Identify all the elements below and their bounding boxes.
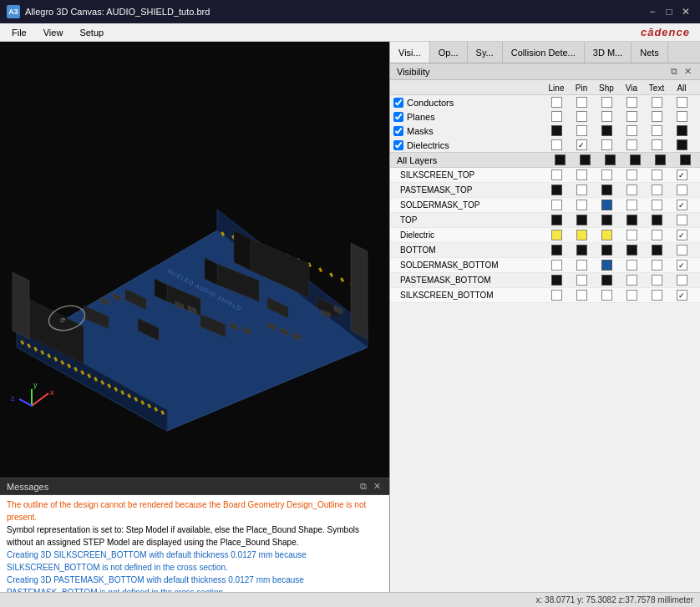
ssbot-shp[interactable] (601, 290, 612, 301)
smtop-via[interactable] (626, 200, 637, 210)
top-all[interactable] (677, 215, 687, 225)
planes-checkbox[interactable] (393, 112, 403, 122)
top-via[interactable] (626, 215, 637, 225)
minimize-button[interactable]: − (645, 4, 660, 19)
close-button[interactable]: ✕ (678, 4, 693, 19)
pmbot-line[interactable] (551, 275, 562, 286)
diel-line[interactable] (551, 230, 562, 240)
conductors-text-cb[interactable] (652, 97, 662, 108)
tab-collision[interactable]: Collision Dete... (503, 42, 585, 63)
pmt-shp[interactable] (601, 185, 612, 195)
smtop-all[interactable]: ✓ (677, 200, 687, 210)
bot-line[interactable] (551, 245, 562, 255)
bot-text[interactable] (652, 245, 662, 255)
tab-nets[interactable]: Nets (632, 42, 668, 63)
pmbot-text[interactable] (652, 275, 662, 286)
bot-shp[interactable] (601, 245, 612, 255)
dielectrics-text-cb[interactable] (652, 139, 662, 150)
bot-via[interactable] (626, 245, 637, 255)
bot-all[interactable] (677, 245, 687, 255)
dielectrics-via-cb[interactable] (626, 139, 637, 150)
pmbot-all[interactable] (677, 275, 687, 286)
diel-via[interactable] (626, 230, 637, 240)
smbot-all[interactable]: ✓ (677, 260, 687, 271)
top-text[interactable] (652, 215, 662, 225)
alllayers-pin-cb[interactable] (580, 154, 591, 165)
pmt-line[interactable] (551, 185, 562, 195)
menu-setup[interactable]: Setup (71, 26, 112, 39)
sst-pin[interactable] (576, 169, 587, 180)
pmt-via[interactable] (626, 185, 637, 195)
diel-text[interactable] (652, 230, 662, 240)
smtop-text[interactable] (652, 200, 662, 210)
masks-via-cb[interactable] (626, 125, 637, 136)
tab-3dmodel[interactable]: 3D M... (585, 42, 632, 63)
ssbot-pin[interactable] (576, 290, 587, 301)
smtop-pin[interactable] (576, 200, 587, 210)
conductors-via-cb[interactable] (626, 97, 637, 108)
sst-via[interactable] (626, 169, 637, 180)
pmbot-shp[interactable] (601, 275, 612, 286)
alllayers-shp-cb[interactable] (605, 154, 616, 165)
top-shp[interactable] (601, 215, 612, 225)
masks-text-cb[interactable] (652, 125, 662, 136)
pmt-pin[interactable] (576, 185, 587, 195)
alllayers-all-cb[interactable] (680, 154, 691, 165)
masks-line-cb[interactable] (551, 125, 562, 136)
pmt-text[interactable] (652, 185, 662, 195)
masks-all-cb[interactable] (677, 125, 687, 136)
ssbot-all[interactable]: ✓ (677, 290, 687, 301)
planes-line-cb[interactable] (551, 111, 562, 122)
masks-pin-cb[interactable] (576, 125, 587, 136)
messages-restore-button[interactable]: ⧉ (358, 481, 368, 492)
sst-shp[interactable] (601, 169, 612, 180)
pmbot-pin[interactable] (576, 275, 587, 286)
smtop-shp[interactable] (601, 200, 612, 210)
dielectrics-line-cb[interactable] (551, 139, 562, 150)
planes-text-cb[interactable] (652, 111, 662, 122)
tab-options[interactable]: Op... (430, 42, 468, 63)
alllayers-text-cb[interactable] (655, 154, 666, 165)
smbot-line[interactable] (551, 260, 562, 271)
diel-all[interactable]: ✓ (677, 230, 687, 240)
planes-all-cb[interactable] (677, 111, 687, 122)
menu-file[interactable]: File (3, 26, 35, 39)
alllayers-via-cb[interactable] (630, 154, 641, 165)
smtop-line[interactable] (551, 200, 562, 210)
conductors-pin-cb[interactable] (576, 97, 587, 108)
dielectrics-shp-cb[interactable] (601, 139, 612, 150)
vis-restore-button[interactable]: ⧉ (669, 66, 679, 77)
dielectrics-pin-cb[interactable]: ✓ (576, 139, 587, 150)
planes-shp-cb[interactable] (601, 111, 612, 122)
pmt-all[interactable] (677, 185, 687, 195)
alllayers-line-cb[interactable] (555, 154, 566, 165)
smbot-text[interactable] (652, 260, 662, 271)
smbot-via[interactable] (626, 260, 637, 271)
top-line[interactable] (551, 215, 562, 225)
bot-pin[interactable] (576, 245, 587, 255)
dielectrics-all-cb[interactable] (677, 139, 687, 150)
sst-all[interactable]: ✓ (677, 169, 687, 180)
messages-body[interactable]: The outline of the design cannot be rend… (0, 495, 389, 599)
conductors-line-cb[interactable] (551, 97, 562, 108)
tab-visibility[interactable]: Visi... (390, 42, 430, 63)
3d-viewport[interactable]: ⟳ NUCLEO AUDIO SHIELD (0, 42, 389, 478)
dielectrics-checkbox[interactable] (393, 140, 403, 150)
ssbot-via[interactable] (626, 290, 637, 301)
masks-checkbox[interactable] (393, 126, 403, 136)
conductors-all-cb[interactable] (677, 97, 687, 108)
planes-pin-cb[interactable] (576, 111, 587, 122)
planes-via-cb[interactable] (626, 111, 637, 122)
messages-close-button[interactable]: ✕ (372, 481, 383, 492)
maximize-button[interactable]: □ (662, 4, 677, 19)
sst-line[interactable] (551, 169, 562, 180)
tab-symbols[interactable]: Sy... (468, 42, 503, 63)
top-pin[interactable] (576, 215, 587, 225)
diel-shp[interactable] (601, 230, 612, 240)
conductors-shp-cb[interactable] (601, 97, 612, 108)
smbot-shp[interactable] (601, 260, 612, 271)
pmbot-via[interactable] (626, 275, 637, 286)
menu-view[interactable]: View (35, 26, 72, 39)
diel-pin[interactable] (576, 230, 587, 240)
conductors-checkbox[interactable] (393, 98, 403, 108)
